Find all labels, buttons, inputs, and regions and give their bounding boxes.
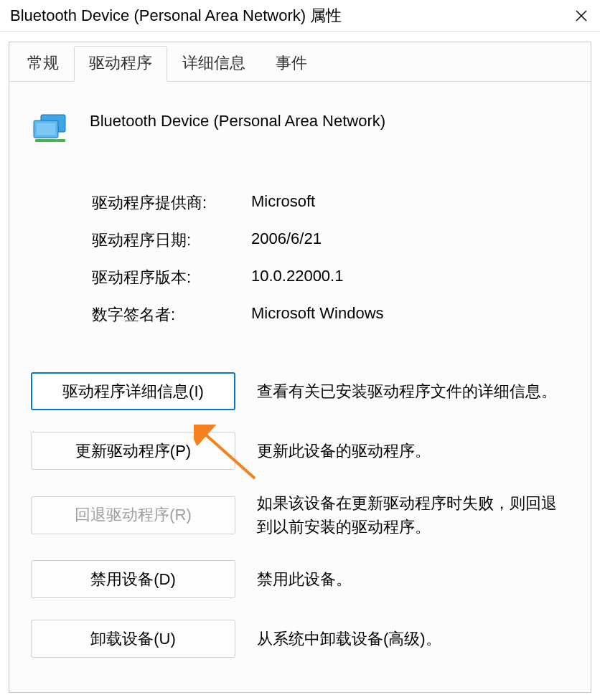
disable-device-button[interactable]: 禁用设备(D) (31, 560, 235, 598)
date-value: 2006/6/21 (251, 230, 322, 251)
tab-driver[interactable]: 驱动程序 (74, 46, 167, 82)
rollback-driver-desc: 如果该设备在更新驱动程序时失败，则回退到以前安装的驱动程序。 (257, 491, 569, 539)
svg-rect-4 (37, 123, 55, 135)
disable-device-desc: 禁用此设备。 (257, 567, 569, 591)
window-title: Bluetooth Device (Personal Area Network)… (10, 5, 573, 27)
svg-rect-5 (35, 139, 57, 142)
action-row-details: 驱动程序详细信息(I) 查看有关已安装驱动程序文件的详细信息。 (31, 372, 569, 410)
driver-info: 驱动程序提供商: Microsoft 驱动程序日期: 2006/6/21 驱动程… (31, 192, 569, 326)
titlebar: Bluetooth Device (Personal Area Network)… (0, 0, 600, 32)
tabs: 常规 驱动程序 详细信息 事件 (9, 42, 591, 82)
tab-general[interactable]: 常规 (12, 46, 74, 82)
action-row-rollback: 回退驱动程序(R) 如果该设备在更新驱动程序时失败，则回退到以前安装的驱动程序。 (31, 491, 569, 539)
action-row-disable: 禁用设备(D) 禁用此设备。 (31, 560, 569, 598)
update-driver-desc: 更新此设备的驱动程序。 (257, 439, 569, 463)
info-row-signer: 数字签名者: Microsoft Windows (92, 304, 569, 326)
tab-details[interactable]: 详细信息 (167, 46, 261, 82)
info-row-version: 驱动程序版本: 10.0.22000.1 (92, 267, 569, 288)
provider-label: 驱动程序提供商: (92, 192, 251, 214)
network-device-icon (31, 113, 68, 142)
tab-events[interactable]: 事件 (261, 46, 322, 82)
close-icon (575, 9, 588, 22)
version-value: 10.0.22000.1 (251, 267, 343, 288)
tab-content: Bluetooth Device (Personal Area Network)… (9, 82, 591, 694)
driver-details-button[interactable]: 驱动程序详细信息(I) (31, 372, 235, 410)
version-label: 驱动程序版本: (92, 267, 251, 288)
date-label: 驱动程序日期: (92, 230, 251, 251)
dialog-body: 常规 驱动程序 详细信息 事件 Bluetooth Device (Person… (9, 42, 591, 693)
provider-value: Microsoft (251, 192, 315, 214)
signer-value: Microsoft Windows (251, 304, 384, 326)
rollback-driver-button: 回退驱动程序(R) (31, 496, 235, 534)
device-header: Bluetooth Device (Personal Area Network) (31, 110, 569, 142)
driver-details-desc: 查看有关已安装驱动程序文件的详细信息。 (257, 379, 569, 403)
action-row-uninstall: 卸载设备(U) 从系统中卸载设备(高级)。 (31, 620, 569, 658)
uninstall-device-desc: 从系统中卸载设备(高级)。 (257, 627, 569, 651)
uninstall-device-button[interactable]: 卸载设备(U) (31, 620, 235, 658)
device-name: Bluetooth Device (Personal Area Network) (90, 110, 385, 131)
svg-rect-6 (57, 139, 65, 142)
close-button[interactable] (573, 7, 590, 24)
action-row-update: 更新驱动程序(P) 更新此设备的驱动程序。 (31, 432, 569, 470)
signer-label: 数字签名者: (92, 304, 251, 326)
info-row-date: 驱动程序日期: 2006/6/21 (92, 230, 569, 251)
info-row-provider: 驱动程序提供商: Microsoft (92, 192, 569, 214)
update-driver-button[interactable]: 更新驱动程序(P) (31, 432, 235, 470)
